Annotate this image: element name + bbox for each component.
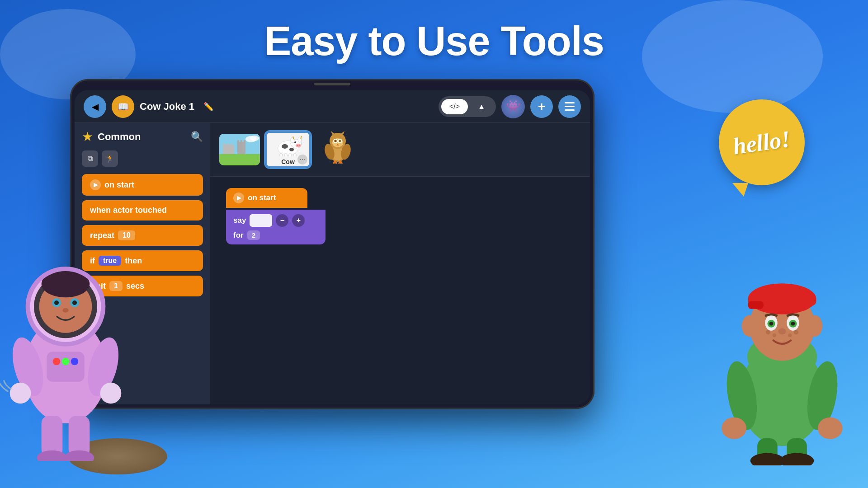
svg-point-38 <box>340 141 341 142</box>
svg-point-92 <box>791 322 795 326</box>
svg-point-101 <box>780 453 814 465</box>
back-icon: ◀ <box>92 101 99 112</box>
canvas-plus-button[interactable]: + <box>292 214 305 227</box>
svg-point-17 <box>296 144 301 147</box>
background-preview <box>219 134 260 165</box>
svg-point-93 <box>778 328 786 335</box>
background-thumbnail[interactable] <box>219 134 260 165</box>
astronaut-character <box>0 235 145 461</box>
svg-point-97 <box>818 418 843 439</box>
app-content: ★ Common 🔍 ⧉ 🏃 ▶ on start w <box>75 123 590 404</box>
play-icon: ▶ <box>90 179 101 190</box>
sidebar-tools: ⧉ 🏃 <box>75 150 210 170</box>
canvas-play-icon: ▶ <box>233 192 244 203</box>
svg-point-82 <box>807 315 822 337</box>
scene-view-button[interactable]: ▲ <box>470 99 493 114</box>
svg-rect-8 <box>241 140 242 143</box>
search-icon[interactable]: 🔍 <box>191 131 203 143</box>
svg-point-86 <box>788 333 792 338</box>
cow-sprite-menu[interactable]: ⋯ <box>297 155 307 164</box>
menu-button[interactable] <box>558 95 581 118</box>
app-main: Cow ⋯ <box>210 123 590 404</box>
svg-rect-62 <box>47 352 84 382</box>
code-view-icon: </> <box>449 103 460 110</box>
canvas-block-group: ▶ on start say − + for 2 <box>226 188 326 244</box>
svg-rect-25 <box>280 154 283 156</box>
page-title: Easy to Use Tools <box>0 0 868 65</box>
star-icon: ★ <box>82 129 93 144</box>
block-on-start-label: on start <box>104 180 134 190</box>
bird-sprite[interactable] <box>320 128 356 171</box>
monster-avatar: 👾 <box>501 95 525 118</box>
svg-point-91 <box>769 322 774 326</box>
svg-point-37 <box>335 141 336 142</box>
svg-rect-5 <box>230 144 232 146</box>
svg-point-65 <box>71 358 79 366</box>
svg-rect-27 <box>289 154 292 156</box>
block-when-actor-touched[interactable]: when actor touched <box>82 200 203 221</box>
svg-point-14 <box>282 144 288 149</box>
canvas-for-value: 2 <box>247 230 260 240</box>
svg-point-84 <box>794 330 798 334</box>
project-title: Cow Joke 1 <box>140 101 194 113</box>
svg-rect-4 <box>226 144 229 146</box>
svg-rect-28 <box>293 154 296 156</box>
svg-point-69 <box>100 383 122 404</box>
svg-point-81 <box>742 315 757 337</box>
sidebar-header: ★ Common 🔍 <box>75 123 210 150</box>
canvas-minus-button[interactable]: − <box>276 214 288 227</box>
svg-point-85 <box>773 333 777 338</box>
canvas-say-input[interactable] <box>250 214 272 227</box>
svg-point-20 <box>294 141 296 143</box>
edit-icon[interactable]: ✏️ <box>203 102 213 112</box>
scene-view-icon: ▲ <box>478 103 485 110</box>
book-icon: 📖 <box>118 101 129 112</box>
hamburger-icon <box>565 102 575 111</box>
hello-circle: hello! <box>719 99 805 185</box>
canvas-on-start-block[interactable]: ▶ on start <box>226 188 307 208</box>
svg-point-64 <box>62 358 70 366</box>
book-button[interactable]: 📖 <box>112 95 134 118</box>
hello-bubble: hello! <box>719 99 809 190</box>
view-toggle: </> ▲ <box>439 96 496 117</box>
device-notch <box>314 83 350 85</box>
svg-point-96 <box>722 418 746 439</box>
boy-character <box>701 249 863 465</box>
back-button[interactable]: ◀ <box>84 95 106 118</box>
svg-point-19 <box>298 145 300 146</box>
code-view-button[interactable]: </> <box>441 99 468 114</box>
svg-rect-80 <box>748 301 764 309</box>
canvas-for-label: for <box>233 231 244 240</box>
cow-sprite-label: Cow <box>281 158 295 165</box>
svg-point-58 <box>54 300 59 305</box>
svg-point-68 <box>10 383 31 404</box>
tool-run-icon[interactable]: 🏃 <box>102 150 118 167</box>
svg-point-11 <box>250 136 259 141</box>
app-screen: ◀ 📖 Cow Joke 1 ✏️ </> ▲ 👾 + <box>75 90 590 404</box>
svg-point-63 <box>53 358 61 366</box>
svg-point-60 <box>62 308 68 313</box>
svg-point-18 <box>297 145 298 146</box>
canvas-on-start-label: on start <box>248 193 276 202</box>
cow-sprite-card[interactable]: Cow ⋯ <box>265 131 311 168</box>
svg-point-72 <box>37 450 67 461</box>
svg-point-59 <box>72 300 77 305</box>
monster-icon: 👾 <box>506 99 520 113</box>
device-frame: ◀ 📖 Cow Joke 1 ✏️ </> ▲ 👾 + <box>70 79 594 409</box>
svg-point-100 <box>750 453 784 465</box>
hello-text: hello! <box>731 125 792 160</box>
app-navbar: ◀ 📖 Cow Joke 1 ✏️ </> ▲ 👾 + <box>75 90 590 123</box>
svg-rect-1 <box>219 154 260 165</box>
block-when-actor-label: when actor touched <box>90 206 167 215</box>
svg-point-73 <box>64 450 94 461</box>
svg-rect-7 <box>237 140 239 143</box>
canvas-say-block[interactable]: say − + for 2 <box>226 210 326 244</box>
scene-row: Cow ⋯ <box>210 123 590 177</box>
add-button[interactable]: + <box>530 95 553 118</box>
block-on-start[interactable]: ▶ on start <box>82 174 203 196</box>
tool-copy-icon[interactable]: ⧉ <box>82 150 98 167</box>
sidebar-category: Common <box>98 131 186 143</box>
svg-rect-9 <box>244 140 245 143</box>
code-canvas: ▶ on start say − + for 2 <box>210 177 590 404</box>
svg-rect-3 <box>223 144 225 146</box>
